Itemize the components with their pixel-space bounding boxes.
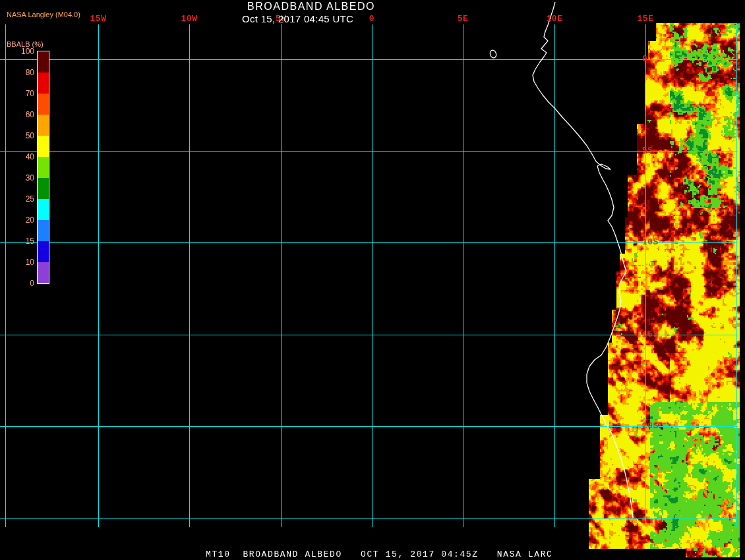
longitude-label: 10W (181, 14, 198, 24)
page-title: BROADBAND ALBEDO (247, 1, 375, 13)
legend-color-segment (38, 220, 49, 241)
footer-caption: MT10 BROADBAND ALBEDO OCT 15, 2017 04:45… (206, 549, 552, 559)
legend-color-segment (38, 94, 49, 115)
legend-color-segment (38, 178, 49, 199)
grid-and-coastline-overlay (0, 0, 745, 560)
datetime-label: Oct 15, 2017 04:45 UTC (242, 13, 353, 24)
legend-tick: 100 (0, 47, 34, 56)
source-label: NASA Langley (M04.0) (7, 11, 80, 18)
legend-tick: 80 (0, 68, 34, 77)
legend-tick: 60 (0, 110, 34, 119)
legend-color-segment (38, 241, 49, 262)
coastline (533, 2, 633, 518)
longitude-label: 5E (458, 14, 469, 24)
longitude-label: 15E (638, 14, 654, 24)
latitude-label: 5S (642, 146, 653, 155)
latitude-label: 10S (642, 237, 659, 247)
legend-tick: 25 (0, 194, 34, 204)
legend-color-segment (38, 157, 49, 178)
legend-color-segment (38, 262, 49, 283)
latitude-label: 15S (642, 329, 659, 339)
legend-tick: 50 (0, 131, 34, 140)
legend-color-segment (38, 72, 49, 94)
longitude-label: 15W (90, 14, 107, 24)
broadband-albedo-map: BROADBAND ALBEDO Oct 15, 2017 04:45 UTC … (0, 0, 745, 560)
legend-color-segment (38, 199, 49, 220)
legend-tick: 15 (0, 237, 34, 246)
legend-tick: 70 (0, 89, 34, 98)
legend-color-segment (38, 51, 49, 72)
legend-tick: 10 (0, 258, 34, 267)
legend-color-segment (38, 115, 49, 136)
legend-tick: 20 (0, 215, 34, 225)
island-outline (489, 49, 497, 59)
latitude-label: 0 (642, 54, 647, 64)
longitude-label: 0 (369, 14, 374, 24)
legend-tick: 40 (0, 152, 34, 161)
legend-color-segment (38, 136, 49, 157)
legend-tick: 0 (0, 279, 34, 288)
longitude-label: 10E (547, 14, 563, 24)
latitude-label: 20S (642, 421, 659, 431)
legend-colorbar (37, 51, 49, 284)
legend-tick: 30 (0, 173, 34, 182)
